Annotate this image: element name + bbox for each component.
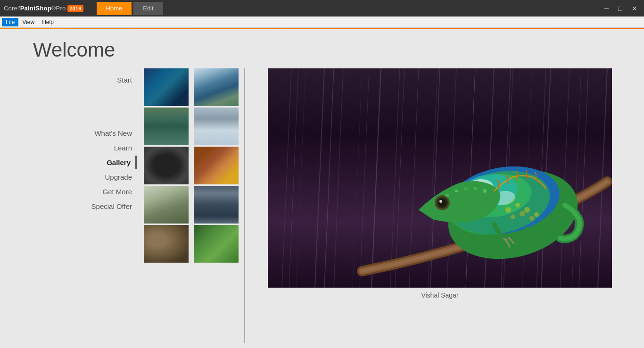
sidebar-item-start[interactable]: Start <box>14 73 137 87</box>
svg-point-36 <box>455 190 458 192</box>
welcome-title: Welcome <box>0 29 644 68</box>
svg-point-54 <box>520 211 525 216</box>
svg-point-43 <box>439 200 442 203</box>
thumbnail-5[interactable] <box>144 147 189 184</box>
sidebar-nav: Start What's New Learn Gallery Upgrade G… <box>14 68 141 343</box>
logo-corel: Corel' <box>4 5 20 12</box>
content-area: Start What's New Learn Gallery Upgrade G… <box>0 68 644 348</box>
tab-home[interactable]: Home <box>97 2 132 15</box>
thumbnail-3[interactable] <box>144 108 189 145</box>
thumbnail-1[interactable] <box>144 68 189 106</box>
sidebar-item-get-more[interactable]: Get More <box>14 185 137 199</box>
thumbnail-2[interactable] <box>194 68 239 106</box>
svg-point-49 <box>505 207 511 213</box>
sidebar-item-gallery[interactable]: Gallery <box>14 156 137 169</box>
tab-edit[interactable]: Edit <box>133 2 163 15</box>
main-preview: D 微当下载 WWW.WEIDOWN.COM Vishal Sagar <box>250 68 630 343</box>
svg-point-55 <box>529 216 534 221</box>
title-bar: Corel'PaintShop®Pro 2019 Home Edit ─ □ ✕ <box>0 0 644 17</box>
thumb-grid <box>144 68 242 263</box>
thumbnail-4[interactable] <box>194 108 239 145</box>
thumbnail-8[interactable] <box>194 186 239 224</box>
svg-point-42 <box>438 199 446 207</box>
preview-image[interactable]: D 微当下载 WWW.WEIDOWN.COM <box>268 68 612 288</box>
thumbnail-section <box>141 68 245 343</box>
window-controls: ─ □ ✕ <box>602 4 640 13</box>
svg-point-39 <box>483 189 487 193</box>
sidebar-item-special-offer[interactable]: Special Offer <box>14 199 137 213</box>
svg-point-37 <box>464 187 468 191</box>
close-button[interactable]: ✕ <box>629 4 640 13</box>
title-bar-tabs: Home Edit <box>97 2 163 15</box>
thumbnail-6[interactable] <box>194 147 239 184</box>
thumbnail-10[interactable] <box>194 225 239 263</box>
menu-bar: File View Help <box>0 17 644 28</box>
minimize-button[interactable]: ─ <box>602 4 612 13</box>
preview-caption: Vishal Sagar <box>421 291 458 299</box>
app-logo: Corel'PaintShop®Pro 2019 <box>4 5 83 12</box>
svg-point-38 <box>474 187 477 190</box>
thumbnail-7[interactable] <box>144 186 189 224</box>
svg-point-50 <box>515 203 520 207</box>
menu-help[interactable]: Help <box>38 18 58 26</box>
svg-point-51 <box>524 207 530 213</box>
sidebar-item-learn[interactable]: Learn <box>14 141 137 155</box>
logo-pro: ®Pro <box>51 5 67 12</box>
sidebar-item-upgrade[interactable]: Upgrade <box>14 170 137 184</box>
title-bar-left: Corel'PaintShop®Pro 2019 Home Edit <box>4 2 163 15</box>
thumbnail-9[interactable] <box>144 225 189 263</box>
sidebar-item-whats-new[interactable]: What's New <box>14 126 137 140</box>
menu-view[interactable]: View <box>18 18 38 26</box>
menu-file[interactable]: File <box>2 18 18 26</box>
logo-year: 2019 <box>67 5 83 12</box>
main-content: Welcome Start What's New Learn Gallery U… <box>0 29 644 348</box>
svg-point-52 <box>534 212 539 217</box>
svg-point-53 <box>511 215 515 219</box>
maximize-button[interactable]: □ <box>616 4 625 13</box>
logo-psp: PaintShop <box>20 5 51 12</box>
